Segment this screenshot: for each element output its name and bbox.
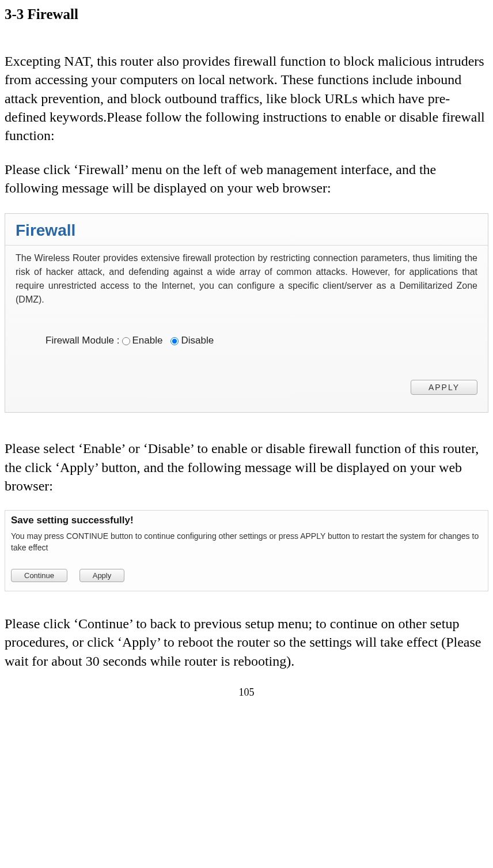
save-success-panel: Save setting successfully! You may press… [5,510,488,591]
disable-option[interactable]: Disable [170,334,214,348]
continue-button[interactable]: Continue [11,569,67,582]
apply-button-2[interactable]: Apply [79,569,125,582]
apply-row: APPLY [5,358,488,412]
disable-radio[interactable] [170,337,179,345]
enable-radio-label: Enable [132,334,163,348]
disable-radio-label: Disable [181,334,214,348]
save-success-title: Save setting successfully! [11,514,482,527]
enable-radio[interactable] [122,337,130,345]
enable-option[interactable]: Enable [122,334,163,348]
firewall-panel: Firewall The Wireless Router provides ex… [5,213,488,413]
firewall-module-row: Firewall Module : Enable Disable [5,307,488,358]
closing-paragraph: Please click ‘Continue’ to back to previ… [5,614,488,670]
save-success-description: You may press CONTINUE button to continu… [11,531,482,553]
firewall-panel-title: Firewall [5,214,488,246]
firewall-panel-description: The Wireless Router provides extensive f… [5,246,488,307]
firewall-module-label: Firewall Module : [45,334,120,348]
intro-paragraph-1: Excepting NAT, this router also provides… [5,52,488,145]
save-button-row: Continue Apply [11,564,482,583]
mid-paragraph: Please select ‘Enable’ or ‘Disable’ to e… [5,439,488,495]
page-number: 105 [5,685,488,699]
intro-paragraph-2: Please click ‘Firewall’ menu on the left… [5,160,488,198]
section-heading: 3-3 Firewall [5,5,488,24]
apply-button[interactable]: APPLY [411,380,477,395]
